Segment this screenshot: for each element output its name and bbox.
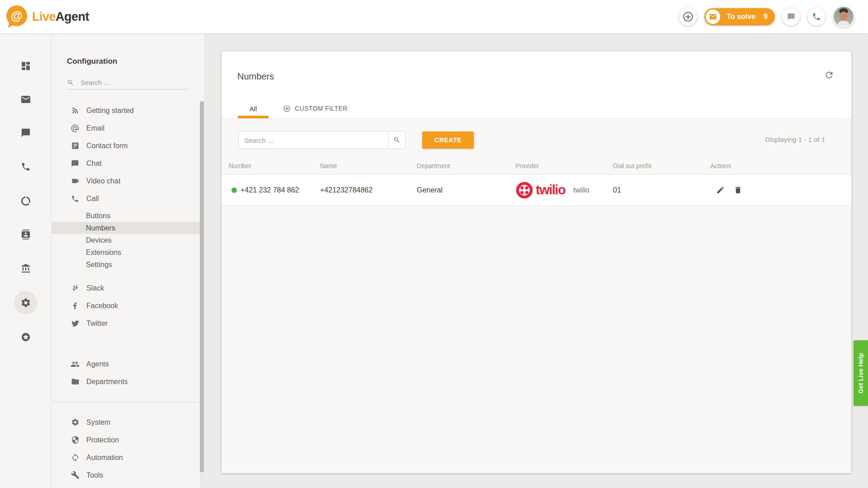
data-usage-icon: [20, 196, 31, 206]
sidebar-item-label: Tools: [86, 471, 103, 479]
tab-all[interactable]: All: [238, 99, 269, 118]
delete-button[interactable]: [734, 186, 742, 194]
rail-item-billing[interactable]: [14, 257, 38, 280]
folder-icon: [70, 377, 80, 386]
cell-name: +421232784862: [320, 186, 417, 194]
rail-item-dashboard[interactable]: [14, 54, 38, 78]
twilio-logo-icon: [515, 181, 533, 199]
rail-item-contacts[interactable]: [14, 223, 38, 246]
column-header-name: Name: [320, 162, 417, 169]
get-live-help-tab[interactable]: Get Live Help: [854, 340, 868, 406]
refresh-button[interactable]: [824, 70, 834, 80]
sidebar-item-facebook[interactable]: Facebook: [52, 297, 204, 314]
chat-button[interactable]: [782, 8, 800, 26]
sidebar-item-extensions[interactable]: Extensions: [52, 246, 204, 258]
cell-department: General: [417, 186, 515, 194]
sidebar-item-twitter[interactable]: Twitter: [52, 314, 204, 332]
table-header-row: Number Name Department Provider Dial out…: [222, 158, 851, 174]
sidebar-item-protection[interactable]: Protection: [52, 431, 204, 449]
sidebar-item-label: Email: [86, 124, 104, 132]
sidebar-scrollbar[interactable]: [200, 100, 204, 488]
contacts-icon: [21, 230, 31, 239]
sidebar-item-numbers[interactable]: Numbers: [52, 222, 200, 234]
table-row: +421 232 784 862 +421232784862 General t…: [222, 174, 851, 206]
twitter-icon: [70, 319, 80, 328]
sidebar-title: Configuration: [67, 57, 204, 66]
sidebar-item-label: System: [86, 418, 110, 427]
sidebar-item-label: Agents: [86, 360, 109, 368]
configuration-sidebar: Configuration Getting started Email Cont…: [52, 33, 204, 488]
to-solve-button[interactable]: To solve 9: [704, 8, 775, 25]
sidebar-item-buttons[interactable]: Buttons: [52, 210, 204, 222]
sidebar-item-agents[interactable]: Agents: [52, 355, 204, 373]
top-bar: @ LiveAgent To solve 9: [0, 0, 868, 33]
document-icon: [70, 141, 80, 150]
tabs: All CUSTOM FILTER: [238, 99, 348, 118]
mail-icon: [20, 94, 31, 105]
page-title: Numbers: [237, 71, 274, 82]
sidebar-item-label: Automation: [86, 454, 123, 462]
sidebar-item-tools[interactable]: Tools: [52, 466, 204, 481]
mail-icon: [706, 9, 720, 24]
sidebar-item-email[interactable]: Email: [52, 119, 204, 137]
to-solve-label: To solve: [726, 13, 755, 21]
rail-item-call[interactable]: [14, 155, 38, 178]
wrench-icon: [70, 471, 80, 479]
card-body: CREATE Displaying 1 - 1 of 1 Number Name…: [222, 119, 851, 473]
chat-icon: [21, 128, 31, 138]
chat-icon: [787, 13, 795, 21]
tab-custom-filter[interactable]: CUSTOM FILTER: [283, 99, 348, 118]
chat-icon: [70, 160, 80, 168]
sidebar-item-automation[interactable]: Automation: [52, 449, 204, 466]
sidebar-item-settings[interactable]: Settings: [52, 258, 204, 271]
rail-item-configuration[interactable]: [14, 291, 38, 314]
numbers-table: Number Name Department Provider Dial out…: [222, 158, 851, 206]
sidebar-item-getting-started[interactable]: Getting started: [52, 102, 204, 119]
phone-icon: [21, 162, 31, 172]
add-circle-icon: [682, 11, 694, 23]
sidebar-item-label: Video chat: [86, 177, 120, 185]
rail-item-reports[interactable]: [14, 189, 38, 213]
table-search-input[interactable]: [238, 131, 388, 149]
sidebar-item-system[interactable]: System: [52, 413, 204, 431]
sidebar-item-label: Contact form: [86, 142, 128, 150]
liveagent-logo: @ LiveAgent: [6, 5, 89, 28]
cell-number: +421 232 784 862: [222, 186, 320, 194]
add-circle-icon: [283, 105, 291, 113]
facebook-icon: [70, 302, 80, 310]
rail-item-mail[interactable]: [14, 88, 38, 111]
avatar[interactable]: [833, 6, 854, 28]
to-solve-count: 9: [764, 13, 768, 21]
status-dot-green: [231, 188, 237, 193]
sidebar-scrollbar-thumb[interactable]: [200, 102, 204, 472]
dashboard-icon: [20, 61, 31, 71]
sidebar-item-departments[interactable]: Departments: [52, 373, 204, 390]
sync-icon: [70, 453, 80, 462]
sidebar-item-chat[interactable]: Chat: [52, 155, 204, 172]
rail-item-chat[interactable]: [14, 121, 38, 145]
sidebar-item-call[interactable]: Call: [52, 190, 204, 207]
sidebar-item-contact-form[interactable]: Contact form: [52, 137, 204, 155]
sidebar-item-label: Chat: [86, 160, 102, 168]
column-header-dial-out-prefix: Dial out prefix: [613, 162, 710, 169]
edit-button[interactable]: [716, 186, 725, 194]
sidebar-search-input[interactable]: [80, 79, 189, 86]
phone-icon: [70, 195, 80, 203]
sidebar-item-video-chat[interactable]: Video chat: [52, 172, 204, 190]
get-live-help-label: Get Live Help: [857, 353, 864, 393]
add-button[interactable]: [679, 8, 697, 26]
rail-item-starred[interactable]: [14, 325, 38, 349]
numbers-card: Numbers All CUSTOM FILTER: [222, 52, 851, 473]
shield-icon: [70, 436, 80, 444]
edit-icon: [716, 186, 725, 194]
logo-bubble-icon: @: [6, 5, 28, 28]
slack-icon: [70, 284, 80, 292]
table-search-button[interactable]: [388, 131, 406, 149]
sidebar-item-slack[interactable]: Slack: [52, 279, 204, 297]
create-button[interactable]: CREATE: [422, 131, 474, 149]
phone-button[interactable]: [807, 8, 826, 26]
provider-label: twilio: [573, 186, 590, 194]
bank-icon: [21, 263, 31, 273]
stars-icon: [21, 332, 31, 342]
sidebar-item-devices[interactable]: Devices: [52, 234, 204, 246]
